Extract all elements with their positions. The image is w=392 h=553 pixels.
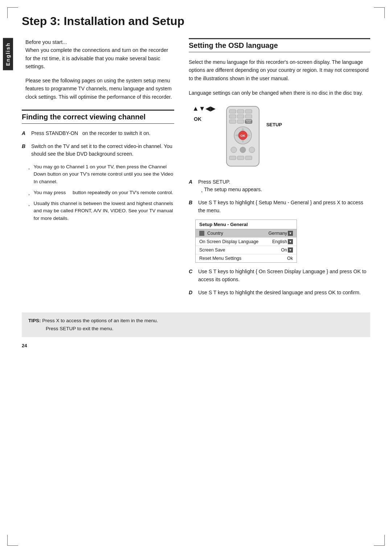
svg-rect-24 — [245, 156, 252, 160]
step-b-label: B — [22, 143, 28, 158]
osd-step-d-content: Use S T keys to highlight the desired la… — [198, 289, 370, 297]
osd-step-a-content: Press SETUP. ¸ The setup menu appears. — [198, 178, 370, 194]
step-b: B Switch on the TV and set it to the cor… — [22, 143, 174, 158]
sub-dot-3: ¸ — [28, 200, 30, 222]
tips-line1: Press X to access the options of an item… — [42, 318, 158, 323]
corner-mark-br — [374, 535, 385, 546]
tips-box: TIPS: Press X to access the options of a… — [22, 312, 370, 337]
ok-label: OK — [194, 116, 201, 122]
osd-step-a: A Press SETUP. ¸ The setup menu appears. — [189, 178, 370, 194]
setup-label: SETUP — [266, 105, 282, 127]
country-label: Country — [207, 231, 223, 236]
svg-rect-7 — [229, 120, 236, 123]
screensave-dropdown-arrow: ▼ — [288, 247, 293, 253]
nav-arrows: ▲▼◀▶ — [192, 105, 216, 112]
corner-mark-tl — [7, 7, 18, 18]
osd-step-b-label: B — [189, 199, 195, 214]
page-title: Step 3: Installation and Setup — [22, 15, 370, 29]
osd-lang-value: English ▼ — [272, 239, 293, 244]
osd-step-c: C Use S T keys to highlight { On Screen … — [189, 268, 370, 283]
osd-step-a-line1: Press SETUP. — [198, 178, 370, 186]
remote-control-image: OK SETUP — [219, 105, 263, 171]
svg-rect-6 — [245, 115, 252, 118]
reset-value: Ok — [287, 256, 293, 261]
osd-heading: Setting the OSD language — [189, 38, 370, 52]
osd-step-d: D Use S T keys to highlight the desired … — [189, 289, 370, 297]
svg-rect-8 — [237, 120, 244, 123]
svg-rect-2 — [237, 110, 244, 113]
svg-rect-1 — [229, 110, 236, 113]
row-arrow-indicator — [199, 231, 204, 236]
svg-rect-4 — [229, 115, 236, 118]
corner-mark-bl — [7, 535, 18, 546]
finding-channel-heading: Finding the correct viewing channel — [22, 110, 174, 124]
right-column: Setting the OSD language Select the menu… — [189, 38, 370, 302]
reset-value-text: Ok — [287, 256, 293, 261]
setup-menu-title: Setup Menu - General — [196, 220, 297, 229]
sub-step-1-text: You may go to Channel 1 on your TV, then… — [34, 163, 175, 185]
setup-menu-row-reset: Reset Menu Settings Ok — [196, 254, 297, 262]
setup-menu-row-country: Country Germany ▼ — [196, 229, 297, 238]
when-text: When you complete the connections and tu… — [25, 47, 168, 69]
country-value-text: Germany — [269, 231, 287, 236]
before-text: Before you start... — [25, 39, 67, 45]
osd-step-b: B Use S T keys to highlight { Setup Menu… — [189, 199, 370, 214]
osd-lang-dropdown-arrow: ▼ — [288, 239, 293, 244]
tips-line2: Press SETUP to exit the menu. — [46, 326, 114, 331]
screensave-label: Screen Save — [199, 247, 225, 253]
page-container: Step 3: Installation and Setup English B… — [0, 0, 392, 553]
country-dropdown-arrow: ▼ — [288, 231, 293, 236]
svg-rect-5 — [237, 115, 244, 118]
remote-diagram: ▲▼◀▶ OK — [189, 105, 370, 171]
sub-step-2: ¸ You may press button repeatedly on you… — [22, 189, 174, 196]
svg-rect-22 — [229, 156, 236, 160]
osd-step-c-label: C — [189, 268, 195, 283]
columns-layout: English Before you start... When you com… — [22, 38, 370, 302]
screensave-value: On ▼ — [281, 247, 293, 253]
system-setup-text: Please see the following pages on using … — [22, 77, 174, 101]
reset-label: Reset Menu Settings — [199, 256, 241, 261]
step-a-label: A — [22, 130, 28, 138]
left-column: English Before you start... When you com… — [22, 38, 174, 302]
svg-rect-3 — [245, 110, 252, 113]
sub-step-3-text: Usually this channel is between the lowe… — [34, 200, 175, 222]
osd-step-a-line2: ¸ The setup menu appears. — [198, 186, 370, 194]
english-tab: English — [3, 38, 13, 70]
sub-dot-1: ¸ — [28, 163, 30, 185]
sub-step-1: ¸ You may go to Channel 1 on your TV, th… — [22, 163, 174, 185]
sub-dot-2: ¸ — [28, 189, 30, 196]
sub-step-2-text: You may press button repeatedly on your … — [34, 189, 173, 196]
svg-point-20 — [240, 147, 246, 153]
screensave-value-text: On — [281, 247, 287, 253]
tips-label: TIPS: — [28, 318, 41, 323]
setup-menu-row-screensave: Screen Save On ▼ — [196, 246, 297, 254]
osd-step-b-content: Use S T keys to highlight { Setup Menu -… — [198, 199, 370, 214]
osd-step-d-label: D — [189, 289, 195, 297]
osd-intro-text: Select the menu language for this record… — [189, 58, 370, 82]
svg-rect-23 — [237, 156, 244, 160]
osd-step-c-content: Use S T keys to highlight { On Screen Di… — [198, 268, 370, 283]
corner-mark-tr — [374, 7, 385, 18]
osd-step-a-label: A — [189, 178, 195, 194]
svg-text:OK: OK — [240, 134, 245, 138]
step-b-content: Switch on the TV and set it to the corre… — [31, 143, 174, 158]
osd-lang-label: On Screen Display Language — [199, 239, 258, 244]
intro-before-text: Before you start... When you complete th… — [22, 38, 174, 71]
sub-step-3: ¸ Usually this channel is between the lo… — [22, 200, 174, 222]
page-number: 24 — [22, 343, 370, 348]
setup-menu-box: Setup Menu - General Country Germany ▼ O… — [195, 220, 297, 263]
step-a-content: Press STANDBY-ON on the recorder to swit… — [31, 130, 174, 138]
setup-menu-row-osd-lang: On Screen Display Language English ▼ — [196, 238, 297, 246]
svg-point-21 — [249, 147, 255, 153]
svg-point-19 — [231, 147, 237, 153]
language-note-text: Language settings can only be changed wh… — [189, 89, 370, 97]
svg-text:SETUP: SETUP — [245, 121, 252, 123]
country-value: Germany ▼ — [269, 231, 293, 236]
osd-lang-value-text: English — [272, 239, 287, 244]
step-a: A Press STANDBY-ON on the recorder to sw… — [22, 130, 174, 138]
